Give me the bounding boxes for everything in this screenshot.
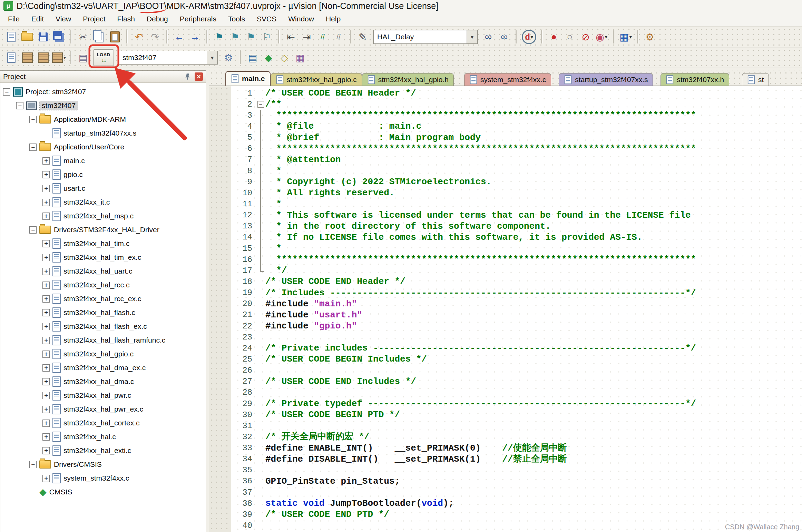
build-target-icon[interactable] bbox=[20, 50, 35, 65]
comment-selection-icon[interactable]: // bbox=[315, 29, 330, 45]
bookmark-clear-all-icon[interactable]: ⚐ bbox=[259, 29, 274, 45]
menu-project[interactable]: Project bbox=[77, 15, 111, 23]
tree-item-project-stm32f407[interactable]: −Project: stm32f407 bbox=[0, 85, 206, 99]
expand-box-icon[interactable]: + bbox=[42, 337, 50, 344]
debug-windows-icon[interactable]: ▦▾ bbox=[618, 29, 633, 45]
expand-box-icon[interactable]: + bbox=[42, 309, 50, 316]
tree-item-application-mdk-arm[interactable]: −Application/MDK-ARM bbox=[0, 112, 206, 126]
menu-help[interactable]: Help bbox=[320, 15, 346, 23]
tree-item-stm32f4xx-hal-pwr-ex-c[interactable]: +stm32f4xx_hal_pwr_ex.c bbox=[0, 402, 206, 416]
navigate-back-icon[interactable]: ← bbox=[172, 29, 187, 45]
start-debug-session-icon-dropdown-icon[interactable]: ▾ bbox=[531, 34, 533, 40]
expand-box-icon[interactable]: + bbox=[42, 351, 50, 358]
tree-item-drivers-stm32f4xx-hal-driver[interactable]: −Drivers/STM32F4xx_HAL_Driver bbox=[0, 223, 206, 237]
expand-box-icon[interactable]: + bbox=[42, 378, 50, 385]
tree-item-stm32f4xx-hal-flash-c[interactable]: +stm32f4xx_hal_flash.c bbox=[0, 306, 206, 319]
disable-breakpoint-icon[interactable]: ○ bbox=[562, 29, 577, 45]
kill-breakpoints-icon[interactable]: ⊘ bbox=[578, 29, 593, 45]
expand-box-icon[interactable]: + bbox=[42, 323, 50, 330]
batch-build-icon[interactable]: ▾ bbox=[51, 50, 67, 65]
tree-item-stm32f4xx-hal-c[interactable]: +stm32f4xx_hal.c bbox=[0, 430, 206, 444]
menu-tools[interactable]: Tools bbox=[222, 15, 251, 23]
indent-right-icon[interactable]: ⇥ bbox=[299, 29, 314, 45]
collapse-box-icon[interactable]: − bbox=[29, 461, 37, 468]
breakpoint-settings-icon[interactable]: ◉▾ bbox=[594, 29, 609, 45]
tab-stm32f407xx-h[interactable]: stm32f407xx.h bbox=[661, 73, 729, 86]
target-combo-dropdown-icon[interactable]: ▾ bbox=[207, 51, 217, 64]
save-all-icon[interactable] bbox=[51, 29, 67, 45]
breakpoint-settings-icon-dropdown-icon[interactable]: ▾ bbox=[605, 34, 607, 40]
expand-box-icon[interactable]: + bbox=[42, 171, 50, 178]
menu-view[interactable]: View bbox=[50, 15, 77, 23]
menu-window[interactable]: Window bbox=[282, 15, 320, 23]
tree-item-startup-stm32f407xx-s[interactable]: startup_stm32f407xx.s bbox=[0, 126, 206, 140]
find-icon[interactable]: ∞ bbox=[497, 29, 512, 45]
collapse-box-icon[interactable]: − bbox=[29, 144, 37, 151]
tree-item-stm32f4xx-hal-dma-ex-c[interactable]: +stm32f4xx_hal_dma_ex.c bbox=[0, 361, 206, 375]
tree-item-stm32f4xx-hal-gpio-c[interactable]: +stm32f4xx_hal_gpio.c bbox=[0, 347, 206, 361]
translate-file-icon[interactable] bbox=[4, 50, 19, 65]
expand-box-icon[interactable]: + bbox=[42, 282, 50, 289]
menu-peripherals[interactable]: Peripherals bbox=[174, 15, 222, 23]
file-extensions-icon[interactable]: ▤ bbox=[245, 50, 260, 65]
paste-icon[interactable] bbox=[107, 29, 123, 45]
manage-rte-icon[interactable]: ◆ bbox=[261, 50, 276, 65]
expand-box-icon[interactable]: + bbox=[42, 268, 50, 275]
tree-item-stm32f4xx-hal-pwr-c[interactable]: +stm32f4xx_hal_pwr.c bbox=[0, 388, 206, 402]
expand-box-icon[interactable]: + bbox=[42, 185, 50, 192]
tab-stm32f4xx-hal-gpio-h[interactable]: stm32f4xx_hal_gpio.h bbox=[362, 73, 454, 86]
find-in-files-icon[interactable]: ∞ bbox=[481, 29, 496, 45]
insert-breakpoint-icon[interactable]: ● bbox=[546, 29, 561, 45]
expand-box-icon[interactable]: + bbox=[42, 199, 50, 206]
code-editor[interactable]: 1/* USER CODE BEGIN Header */2−/**3 ****… bbox=[209, 86, 802, 532]
uncomment-selection-icon[interactable]: // bbox=[331, 29, 346, 45]
tree-item-main-c[interactable]: +main.c bbox=[0, 154, 206, 168]
menu-flash[interactable]: Flash bbox=[111, 15, 141, 23]
indent-left-icon[interactable]: ⇤ bbox=[283, 29, 299, 45]
flash-download-button[interactable]: LOAD↓↓ bbox=[93, 49, 114, 66]
expand-box-icon[interactable]: + bbox=[42, 406, 50, 413]
tab-st[interactable]: st bbox=[742, 73, 769, 86]
tree-item-stm32f4xx-hal-tim-c[interactable]: +stm32f4xx_hal_tim.c bbox=[0, 237, 206, 250]
tree-item-drivers-cmsis[interactable]: −Drivers/CMSIS bbox=[0, 457, 206, 471]
navigate-forward-icon[interactable]: → bbox=[187, 29, 203, 45]
search-combo[interactable]: HAL_Delay▾ bbox=[373, 30, 478, 44]
tab-main-c[interactable]: main.c bbox=[225, 71, 271, 86]
collapse-box-icon[interactable]: − bbox=[29, 116, 37, 123]
open-file-icon[interactable] bbox=[20, 29, 35, 45]
expand-box-icon[interactable]: + bbox=[42, 447, 50, 454]
menu-svcs[interactable]: SVCS bbox=[251, 15, 282, 23]
batch-setup-icon[interactable]: ▤ bbox=[76, 50, 91, 65]
tree-item-stm32f4xx-hal-dma-c[interactable]: +stm32f4xx_hal_dma.c bbox=[0, 375, 206, 388]
tab-system-stm32f4xx-c[interactable]: system_stm32f4xx.c bbox=[464, 73, 551, 86]
tree-item-application-user-core[interactable]: −Application/User/Core bbox=[0, 140, 206, 154]
expand-box-icon[interactable]: + bbox=[42, 475, 50, 482]
collapse-box-icon[interactable]: − bbox=[3, 88, 10, 96]
tree-item-system-stm32f4xx-c[interactable]: +system_stm32f4xx.c bbox=[0, 471, 206, 485]
configure-uvision-icon[interactable]: ⚙ bbox=[642, 29, 657, 45]
redo-icon[interactable]: ↷ bbox=[147, 29, 163, 45]
rebuild-all-icon[interactable] bbox=[36, 50, 51, 65]
expand-box-icon[interactable]: + bbox=[42, 420, 50, 427]
expand-box-icon[interactable]: + bbox=[42, 254, 50, 261]
fold-collapse-icon[interactable]: − bbox=[256, 99, 265, 110]
tree-item-cmsis[interactable]: ◆CMSIS bbox=[0, 485, 206, 499]
pack-installer-icon[interactable]: ▦ bbox=[293, 50, 308, 65]
expand-box-icon[interactable]: + bbox=[42, 364, 50, 372]
tree-item-usart-c[interactable]: +usart.c bbox=[0, 181, 206, 195]
tree-item-stm32f407[interactable]: −stm32f407 bbox=[0, 99, 206, 112]
tree-item-stm32f4xx-hal-flash-ramfunc-c[interactable]: +stm32f4xx_hal_flash_ramfunc.c bbox=[0, 333, 206, 347]
tree-item-stm32f4xx-hal-exti-c[interactable]: +stm32f4xx_hal_exti.c bbox=[0, 444, 206, 457]
tree-item-stm32f4xx-hal-flash-ex-c[interactable]: +stm32f4xx_hal_flash_ex.c bbox=[0, 319, 206, 333]
tab-stm32f4xx-hal-gpio-c[interactable]: stm32f4xx_hal_gpio.c bbox=[271, 73, 362, 86]
start-debug-session-icon[interactable]: d▾ bbox=[522, 30, 536, 44]
close-icon[interactable]: ✕ bbox=[195, 72, 203, 81]
bookmark-toggle-icon[interactable]: ⚑ bbox=[212, 29, 227, 45]
tree-item-stm32f4xx-hal-cortex-c[interactable]: +stm32f4xx_hal_cortex.c bbox=[0, 416, 206, 430]
tree-item-stm32f4xx-it-c[interactable]: +stm32f4xx_it.c bbox=[0, 195, 206, 209]
tree-item-stm32f4xx-hal-rcc-c[interactable]: +stm32f4xx_hal_rcc.c bbox=[0, 278, 206, 292]
expand-box-icon[interactable]: + bbox=[42, 240, 50, 247]
target-combo[interactable]: stm32f407▾ bbox=[119, 51, 218, 65]
copy-icon[interactable] bbox=[91, 29, 107, 45]
tree-item-stm32f4xx-hal-tim-ex-c[interactable]: +stm32f4xx_hal_tim_ex.c bbox=[0, 250, 206, 264]
